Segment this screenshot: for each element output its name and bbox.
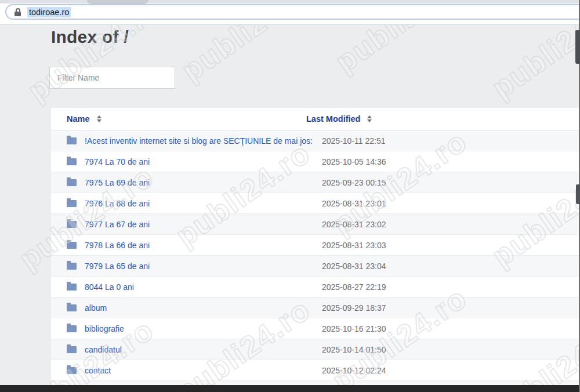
directory-link[interactable]: 7977 La 67 de ani	[85, 220, 150, 229]
table-row: 8044 La 0 ani 2025-08-27 22:19	[51, 277, 580, 297]
right-edge-artifact	[575, 30, 580, 64]
last-modified-cell: 2025-10-14 01:50	[322, 345, 386, 354]
name-cell: 7978 La 66 de ani	[51, 241, 322, 250]
table-row: 7979 La 65 de ani 2025-08-31 23:04	[51, 256, 580, 277]
column-header-last-modified[interactable]: Last Modified	[306, 114, 372, 124]
last-modified-cell: 2025-09-29 18:37	[322, 303, 386, 313]
folder-icon	[67, 158, 77, 165]
directory-link[interactable]: bibliografie	[85, 324, 124, 333]
last-modified-cell: 2025-10-11 22:51	[322, 136, 386, 146]
sort-icon-last-modified[interactable]	[367, 115, 372, 122]
table-body: !Acest inventiv internet site si blog ar…	[51, 130, 580, 392]
directory-listing-table: Name Last Modified !Acest inventiv inter…	[51, 108, 580, 392]
table-row: album 2025-09-29 18:37	[51, 297, 580, 318]
name-cell: contact	[51, 366, 322, 375]
filter-name-input[interactable]	[49, 67, 175, 89]
folder-icon	[67, 367, 77, 374]
name-cell: candidatul	[51, 345, 322, 354]
table-row: bibliografie 2025-10-16 21:30	[51, 318, 580, 339]
directory-link[interactable]: 7975 La 69 de ani	[85, 178, 150, 187]
directory-link[interactable]: candidatul	[85, 345, 122, 354]
last-modified-cell: 2025-10-16 21:30	[322, 324, 386, 333]
name-cell: bibliografie	[51, 324, 322, 333]
table-row: 7974 La 70 de ani 2025-10-05 14:36	[51, 151, 580, 172]
name-cell: 7974 La 70 de ani	[51, 157, 322, 166]
last-modified-cell: 2025-08-27 22:19	[322, 282, 386, 292]
name-cell: 7976 La 68 de ani	[51, 199, 322, 208]
directory-link[interactable]: 8044 La 0 ani	[85, 282, 134, 292]
last-modified-cell: 2025-08-31 23:03	[322, 241, 386, 250]
directory-link[interactable]: 7976 La 68 de ani	[85, 199, 150, 208]
lock-icon[interactable]	[14, 8, 21, 16]
folder-icon	[67, 221, 77, 228]
browser-tab[interactable]	[87, 0, 148, 4]
name-cell: 7975 La 69 de ani	[51, 178, 322, 187]
name-cell: 8044 La 0 ani	[51, 282, 322, 292]
browser-chrome: todiroae.ro	[0, 0, 580, 25]
folder-icon	[67, 179, 77, 186]
table-row: contact 2025-10-12 02:24	[51, 360, 580, 381]
address-bar[interactable]: todiroae.ro	[5, 4, 580, 20]
folder-icon	[67, 325, 77, 332]
last-modified-cell: 2025-09-23 00:15	[322, 178, 386, 187]
name-cell: 7977 La 67 de ani	[51, 220, 322, 229]
column-header-name-label: Name	[67, 114, 90, 124]
last-modified-cell: 2025-08-31 23:04	[322, 262, 386, 271]
table-row: candidatul 2025-10-14 01:50	[51, 339, 580, 360]
name-cell: 7979 La 65 de ani	[51, 262, 322, 271]
page-content: Index of / Name Last Modified !Acest inv…	[0, 25, 580, 392]
column-header-name[interactable]: Name	[51, 114, 306, 124]
right-edge-artifact	[576, 184, 580, 204]
directory-link[interactable]: 7978 La 66 de ani	[85, 241, 150, 250]
last-modified-cell: 2025-08-31 23:02	[322, 220, 386, 229]
table-row: 7976 La 68 de ani 2025-08-31 23:01	[51, 193, 580, 214]
table-row: !Acest inventiv internet site si blog ar…	[51, 130, 580, 151]
folder-icon	[67, 346, 77, 353]
table-row: 7977 La 67 de ani 2025-08-31 23:02	[51, 214, 580, 235]
table-row: 7978 La 66 de ani 2025-08-31 23:03	[51, 235, 580, 256]
page-title: Index of /	[51, 27, 129, 47]
folder-icon	[67, 304, 77, 311]
directory-link[interactable]: !Acest inventiv internet site si blog ar…	[85, 136, 313, 146]
directory-link[interactable]: contact	[85, 366, 111, 375]
table-row: 7975 La 69 de ani 2025-09-23 00:15	[51, 172, 580, 193]
directory-link[interactable]: album	[85, 303, 107, 313]
folder-icon	[67, 200, 77, 207]
sort-icon-name[interactable]	[97, 115, 102, 122]
directory-link[interactable]: 7974 La 70 de ani	[85, 157, 150, 166]
folder-icon	[67, 263, 77, 270]
folder-icon	[67, 242, 77, 249]
last-modified-cell: 2025-08-31 23:01	[322, 199, 386, 208]
url-text[interactable]: todiroae.ro	[27, 7, 71, 17]
table-header-row: Name Last Modified	[51, 108, 580, 130]
last-modified-cell: 2025-10-05 14:36	[322, 157, 386, 166]
name-cell: !Acest inventiv internet site si blog ar…	[51, 136, 322, 146]
folder-icon	[67, 137, 77, 144]
directory-link[interactable]: 7979 La 65 de ani	[85, 262, 150, 271]
column-header-last-modified-label: Last Modified	[306, 114, 360, 124]
name-cell: album	[51, 303, 322, 313]
last-modified-cell: 2025-10-12 02:24	[322, 366, 386, 375]
folder-icon	[67, 284, 77, 291]
bottom-black-bar	[0, 385, 580, 392]
